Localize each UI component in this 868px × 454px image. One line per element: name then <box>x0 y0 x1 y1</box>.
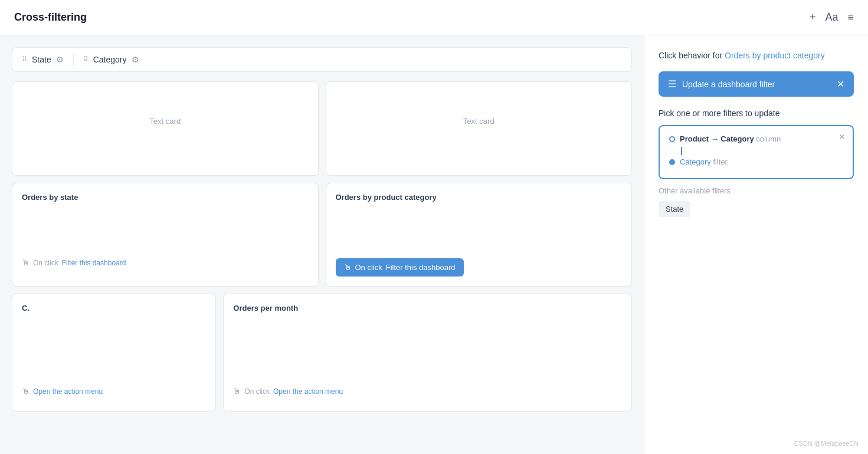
click-icon-month: 🖱 <box>233 387 241 396</box>
filter-tag-label: Category <box>680 157 711 166</box>
text-card-right-label: Text card <box>336 91 623 150</box>
orders-by-category-footer: 🖱 On click Filter this dashboard <box>336 258 623 277</box>
orders-by-category-card: Orders by product category 🖱 On click Fi… <box>326 183 633 287</box>
on-click-label-month: On click <box>244 387 270 396</box>
orders-per-month-footer: 🖱 On click Open the action menu <box>233 387 622 396</box>
right-panel: Click behavior for Orders by product cat… <box>644 35 868 454</box>
drag-icon-state: ⠿ <box>22 55 27 64</box>
filter-dashboard-active-btn[interactable]: 🖱 On click Filter this dashboard <box>336 258 464 277</box>
filter-word: filter <box>713 157 728 166</box>
gear-icon-category[interactable]: ⚙ <box>132 55 139 64</box>
header-icons: + Aa ≡ <box>810 11 854 24</box>
other-filters-label: Other available filters <box>659 186 854 195</box>
update-filter-label: Update a dashboard filter <box>682 80 775 89</box>
on-click-label-state: On click <box>33 259 58 267</box>
filter-item-state[interactable]: ⠿ State ⚙ <box>22 55 64 64</box>
page-title: Cross-filtering <box>14 11 87 24</box>
state-filter-tag[interactable]: State <box>659 201 690 217</box>
filter-dot-icon <box>669 159 675 165</box>
drag-icon-category: ⠿ <box>83 55 89 64</box>
column-text: Product → Category column <box>680 134 781 143</box>
panel-title-link[interactable]: Orders by product category <box>725 51 825 60</box>
dashboard-area: ⠿ State ⚙ ⠿ Category ⚙ Text card Text ca… <box>0 35 644 454</box>
update-filter-btn-left: ☰ Update a dashboard filter <box>668 78 775 90</box>
orders-by-category-title: Orders by product category <box>336 193 623 202</box>
remove-filter-icon[interactable]: ✕ <box>838 132 846 142</box>
column-dot-icon <box>669 136 675 142</box>
orders-by-state-card: Orders by state 🖱 On click Filter this d… <box>12 183 319 287</box>
orders-per-month-card: Orders per month 🖱 On click Open the act… <box>223 294 632 412</box>
top-cards-grid: Text card Text card <box>12 81 632 176</box>
panel-title: Click behavior for Orders by product cat… <box>659 50 854 62</box>
open-action-link-month[interactable]: Open the action menu <box>273 387 343 396</box>
font-icon[interactable]: Aa <box>825 11 838 24</box>
orders-by-state-footer: 🖱 On click Filter this dashboard <box>22 258 309 267</box>
close-update-filter-icon[interactable]: ✕ <box>837 78 844 90</box>
text-card-left-label: Text card <box>22 91 309 150</box>
main-container: ⠿ State ⚙ ⠿ Category ⚙ Text card Text ca… <box>0 35 868 454</box>
filter-text: Category filter <box>680 157 728 166</box>
update-filter-button[interactable]: ☰ Update a dashboard filter ✕ <box>659 71 854 97</box>
gear-icon-state[interactable]: ⚙ <box>56 55 64 64</box>
filter-item-category[interactable]: ⠿ Category ⚙ <box>83 55 139 64</box>
open-action-menu-label-c: Open the action menu <box>33 387 103 396</box>
filter-dashboard-link-state[interactable]: Filter this dashboard <box>62 259 126 267</box>
filter-label-category: Category <box>93 55 127 64</box>
bottom-cards-grid: C. 🖱 Open the action menu Orders per mon… <box>12 294 632 412</box>
filter-dashboard-label-category: Filter this dashboard <box>386 263 456 272</box>
app-header: Cross-filtering + Aa ≡ <box>0 0 868 35</box>
text-card-left: Text card <box>12 81 319 176</box>
open-action-link-c[interactable]: Open the action menu <box>33 387 103 396</box>
filter-separator <box>73 54 74 65</box>
filter-column-row: Product → Category column <box>669 134 843 143</box>
c-card: C. 🖱 Open the action menu <box>12 294 216 412</box>
filter-lines-icon: ☰ <box>668 78 676 90</box>
panel-title-prefix: Click behavior for <box>659 51 725 60</box>
watermark: CSDN @MetabaseCN <box>794 440 859 447</box>
connector-line <box>681 147 682 155</box>
orders-by-state-title: Orders by state <box>22 193 309 202</box>
on-click-label-category: On click <box>355 263 382 272</box>
column-bold: Product → Category <box>680 134 754 143</box>
text-card-right: Text card <box>326 81 633 176</box>
click-icon-c: 🖱 <box>22 387 30 396</box>
filter-filter-row: Category filter <box>669 157 843 166</box>
middle-cards-grid: Orders by state 🖱 On click Filter this d… <box>12 183 632 287</box>
pick-label: Pick one or more filters to update <box>659 108 854 118</box>
orders-per-month-title: Orders per month <box>233 304 622 312</box>
column-tag-label: column <box>756 134 781 143</box>
filter-label-state: State <box>32 55 51 64</box>
add-icon[interactable]: + <box>810 11 816 24</box>
c-card-title: C. <box>22 304 206 312</box>
filter-icon[interactable]: ≡ <box>847 11 854 24</box>
selected-filter-card: ✕ Product → Category column Category fil… <box>659 125 854 179</box>
filter-bar: ⠿ State ⚙ ⠿ Category ⚙ <box>12 47 632 72</box>
c-card-footer: 🖱 Open the action menu <box>22 387 206 396</box>
click-icon-category-active: 🖱 <box>344 263 352 272</box>
click-icon-state: 🖱 <box>22 258 30 267</box>
